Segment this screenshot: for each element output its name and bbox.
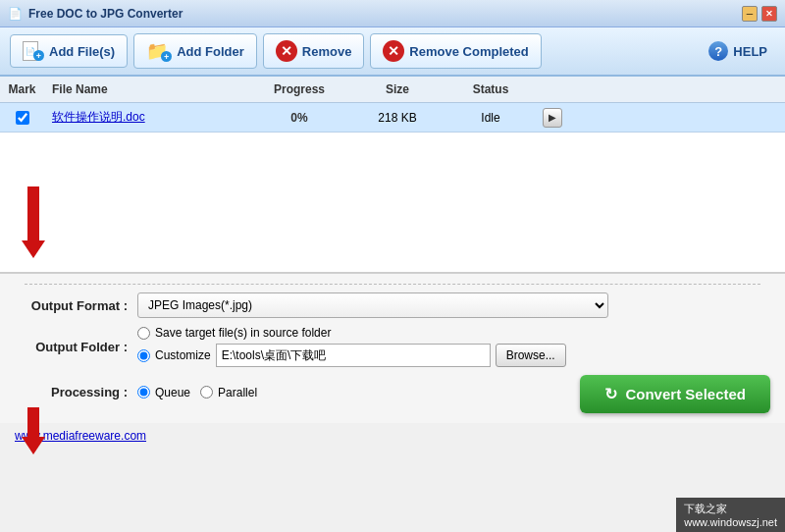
customize-radio[interactable] xyxy=(137,349,150,362)
save-source-radio[interactable] xyxy=(137,327,150,340)
parallel-radio[interactable] xyxy=(200,386,213,399)
add-files-icon: 📄 + xyxy=(23,41,44,61)
output-folder-row: Output Folder : Save target file(s) in s… xyxy=(15,326,770,367)
browse-button[interactable]: Browse... xyxy=(496,344,566,367)
queue-radio[interactable] xyxy=(137,386,150,399)
title-bar-controls: ─ ✕ xyxy=(742,6,777,22)
customize-label: Customize xyxy=(155,348,211,362)
window-title: Free DOC to JPG Converter xyxy=(28,7,183,21)
arrow-body-1 xyxy=(27,186,39,240)
add-folder-icon: 📁 + xyxy=(146,40,172,62)
watermark: 下载之家 www.windowszj.net xyxy=(676,498,785,532)
table-row: 软件操作说明.doc 0% 218 KB Idle ▶ xyxy=(0,103,785,133)
row-play-button[interactable]: ▶ xyxy=(543,108,562,128)
watermark-text: 下载之家 xyxy=(684,502,777,516)
add-folder-button[interactable]: 📁 + Add Folder xyxy=(133,33,257,69)
col-header-filename: File Name xyxy=(44,80,250,98)
col-header-progress: Progress xyxy=(250,80,348,98)
convert-icon: ↻ xyxy=(604,385,617,403)
remove-label: Remove xyxy=(302,44,352,59)
arrow-head-2 xyxy=(22,437,45,454)
arrow-body-2 xyxy=(27,407,39,437)
separator xyxy=(25,284,760,285)
list-header: Mark File Name Progress Size Status xyxy=(0,77,785,103)
close-button[interactable]: ✕ xyxy=(761,6,777,22)
processing-convert-row: Processing : Queue Parallel ↻ Convert Se… xyxy=(15,375,770,413)
row-size: 218 KB xyxy=(348,109,446,127)
help-label: HELP xyxy=(733,44,767,59)
remove-button[interactable]: ✕ Remove xyxy=(263,33,365,69)
main-window: 📄 Free DOC to JPG Converter ─ ✕ 📄 + Add … xyxy=(0,0,785,532)
col-header-mark: Mark xyxy=(0,80,44,98)
row-progress-text: 0% xyxy=(290,111,307,125)
row-filename: 软件操作说明.doc xyxy=(44,107,250,128)
folder-path-input[interactable] xyxy=(216,344,491,367)
row-checkbox[interactable] xyxy=(16,111,29,125)
output-folder-content: Save target file(s) in source folder Cus… xyxy=(137,326,770,367)
col-header-size: Size xyxy=(348,80,446,98)
output-format-label: Output Format : xyxy=(15,298,128,313)
row-action: ▶ xyxy=(535,106,564,130)
title-bar: 📄 Free DOC to JPG Converter ─ ✕ xyxy=(0,0,785,27)
output-format-row: Output Format : JPEG Images(*.jpg) PNG I… xyxy=(15,293,770,318)
watermark-url: www.windowszj.net xyxy=(684,516,777,528)
footer: www.mediafreeware.com xyxy=(0,423,785,449)
queue-group: Queue xyxy=(137,386,190,399)
save-source-label: Save target file(s) in source folder xyxy=(155,326,331,340)
red-arrow-2 xyxy=(22,407,45,454)
remove-icon: ✕ xyxy=(276,40,297,62)
output-folder-label: Output Folder : xyxy=(15,340,128,354)
processing-row: Processing : Queue Parallel xyxy=(15,385,257,399)
arrow-head-1 xyxy=(22,240,45,258)
remove-completed-label: Remove Completed xyxy=(409,44,528,59)
options-area: Output Format : JPEG Images(*.jpg) PNG I… xyxy=(0,273,785,423)
file-list-area: Mark File Name Progress Size Status 软件操作… xyxy=(0,77,785,273)
remove-completed-icon: ✕ xyxy=(383,40,404,62)
format-select[interactable]: JPEG Images(*.jpg) PNG Images(*.png) BMP… xyxy=(137,293,608,318)
queue-label: Queue xyxy=(155,386,190,399)
row-status: Idle xyxy=(446,109,535,127)
col-header-status: Status xyxy=(446,80,535,98)
app-icon: 📄 xyxy=(8,7,23,21)
add-files-label: Add File(s) xyxy=(49,44,115,59)
row-filename-text: 软件操作说明.doc xyxy=(52,110,145,124)
save-source-group: Save target file(s) in source folder xyxy=(137,326,331,340)
row-checkbox-cell xyxy=(0,109,44,127)
help-button[interactable]: ? HELP xyxy=(701,37,775,65)
red-arrow-1 xyxy=(22,186,45,258)
help-icon: ? xyxy=(708,41,728,61)
parallel-label: Parallel xyxy=(218,386,257,399)
processing-label: Processing : xyxy=(15,385,128,399)
output-format-content: JPEG Images(*.jpg) PNG Images(*.png) BMP… xyxy=(137,293,770,318)
minimize-button[interactable]: ─ xyxy=(742,6,758,22)
add-folder-label: Add Folder xyxy=(177,44,244,59)
convert-selected-button[interactable]: ↻ Convert Selected xyxy=(580,375,770,413)
row-progress: 0% xyxy=(250,109,348,127)
convert-label: Convert Selected xyxy=(625,386,746,402)
remove-completed-button[interactable]: ✕ Remove Completed xyxy=(370,33,541,69)
parallel-group: Parallel xyxy=(200,386,257,399)
add-files-button[interactable]: 📄 + Add File(s) xyxy=(10,34,128,68)
customize-group: Customize Browse... xyxy=(137,344,566,367)
title-bar-left: 📄 Free DOC to JPG Converter xyxy=(8,7,183,21)
toolbar: 📄 + Add File(s) 📁 + Add Folder ✕ Remove … xyxy=(0,27,785,77)
